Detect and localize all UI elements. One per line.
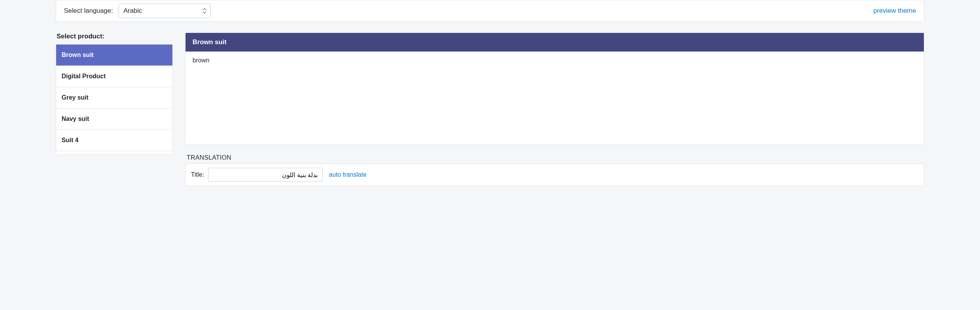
- translation-heading: TRANSLATION: [187, 154, 924, 161]
- product-item-digital-product[interactable]: Digital Product: [56, 66, 172, 87]
- content-area: Brown suit brown TRANSLATION Title: auto…: [185, 33, 924, 186]
- language-select[interactable]: Arabic: [119, 3, 211, 18]
- translation-row: Title: auto translate: [185, 164, 924, 186]
- language-select-value: Arabic: [124, 7, 142, 14]
- header-left: Select language: Arabic: [64, 3, 211, 18]
- product-item-brown-suit[interactable]: Brown suit: [56, 45, 172, 66]
- product-panel: Brown suit brown: [185, 33, 924, 145]
- translation-title-input[interactable]: [208, 168, 323, 182]
- select-product-heading: Select product:: [56, 33, 173, 40]
- preview-theme-link[interactable]: preview theme: [873, 7, 916, 15]
- product-item-navy-suit[interactable]: Navy suit: [56, 108, 172, 130]
- select-chevrons-icon: [203, 8, 206, 14]
- product-item-grey-suit[interactable]: Grey suit: [56, 87, 172, 108]
- select-language-label: Select language:: [64, 7, 113, 15]
- header-bar: Select language: Arabic preview theme: [56, 0, 924, 22]
- product-item-suit-5[interactable]: Suit 5: [56, 151, 172, 154]
- auto-translate-link[interactable]: auto translate: [329, 171, 366, 178]
- product-panel-body: brown: [186, 52, 924, 145]
- translation-title-label: Title:: [191, 171, 204, 178]
- product-panel-title: Brown suit: [186, 33, 924, 52]
- product-list: Brown suit Digital Product Grey suit Nav…: [56, 44, 173, 155]
- sidebar: Select product: Brown suit Digital Produ…: [56, 33, 173, 155]
- product-item-suit-4[interactable]: Suit 4: [56, 130, 172, 151]
